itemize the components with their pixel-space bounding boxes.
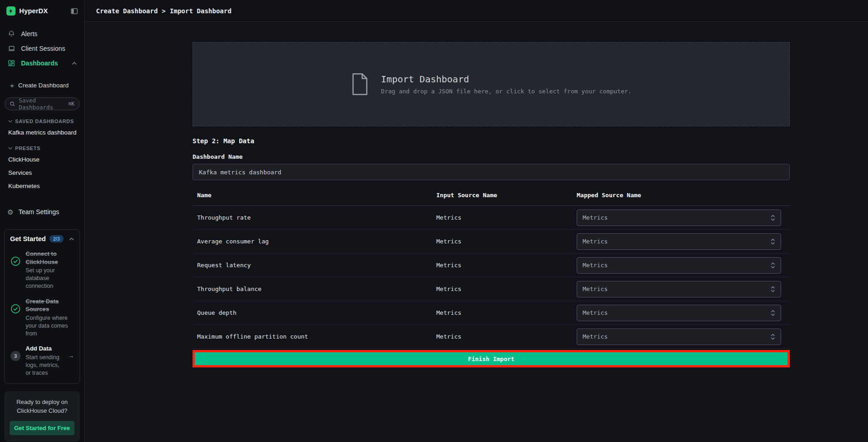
search-shortcut: ⌘K bbox=[68, 101, 75, 107]
check-circle-icon bbox=[10, 250, 21, 266]
metric-name: Request latency bbox=[193, 262, 436, 269]
mapped-source-select[interactable]: Metrics bbox=[577, 281, 781, 297]
select-chevrons-icon bbox=[771, 214, 775, 221]
get-started-header[interactable]: Get Started 2/3 bbox=[10, 235, 74, 243]
file-icon bbox=[351, 73, 369, 96]
mapped-source-select[interactable]: Metrics bbox=[577, 329, 781, 345]
step-body: Connect to ClickHouse Set up your databa… bbox=[26, 250, 74, 290]
sidebar-item-alerts[interactable]: Alerts bbox=[0, 27, 84, 41]
selected-value: Metrics bbox=[583, 333, 608, 340]
chevron-up-icon bbox=[72, 62, 77, 65]
create-dashboard-label: Create Dashboard bbox=[18, 82, 69, 89]
promo-line-2: ClickHouse Cloud? bbox=[10, 406, 75, 415]
metric-name: Throughput rate bbox=[193, 214, 436, 221]
sidebar-item-label: Alerts bbox=[21, 30, 38, 38]
step-title: Create Data Sources bbox=[26, 297, 74, 313]
step-number-badge: 3 bbox=[10, 345, 21, 361]
dashboard-grid-icon bbox=[7, 59, 16, 67]
column-header-mapped-source: Mapped Source Name bbox=[577, 192, 790, 199]
get-started-step-add-data[interactable]: 3 Add Data Start sending logs, metrics, … bbox=[10, 345, 74, 377]
sidebar-item-label: Dashboards bbox=[21, 59, 58, 67]
sidebar-nav: Alerts Client Sessions Dashboards bbox=[0, 27, 84, 70]
input-source-name: Metrics bbox=[436, 214, 577, 221]
chevron-down-icon bbox=[8, 147, 12, 150]
input-source-name: Metrics bbox=[436, 238, 577, 245]
search-icon bbox=[10, 101, 16, 107]
import-dashboard-panel: Import Dashboard Drag and drop a JSON fi… bbox=[193, 22, 790, 367]
section-label: SAVED DASHBOARDS bbox=[15, 119, 74, 124]
main-area: Create Dashboard > Import Dashboard Impo… bbox=[85, 0, 868, 442]
table-header-row: Name Input Source Name Mapped Source Nam… bbox=[193, 185, 790, 206]
search-placeholder: Saved Dashboards bbox=[19, 97, 65, 111]
clickhouse-cloud-promo: Ready to deploy on ClickHouse Cloud? Get… bbox=[4, 391, 80, 442]
section-presets[interactable]: PRESETS bbox=[0, 139, 84, 153]
select-chevrons-icon bbox=[771, 286, 775, 293]
app-title: HyperDX bbox=[19, 7, 67, 15]
arrow-right-icon: → bbox=[68, 345, 74, 359]
select-chevrons-icon bbox=[771, 262, 775, 269]
table-row: Request latency Metrics Metrics bbox=[193, 253, 790, 277]
input-source-name: Metrics bbox=[436, 333, 577, 340]
saved-dashboards-search[interactable]: Saved Dashboards ⌘K bbox=[5, 97, 80, 110]
step-title: Connect to ClickHouse bbox=[26, 250, 74, 266]
select-chevrons-icon bbox=[771, 238, 775, 245]
dashboard-name-input[interactable] bbox=[193, 164, 790, 180]
step-body: Add Data Start sending logs, metrics, or… bbox=[26, 345, 63, 377]
section-saved-dashboards[interactable]: SAVED DASHBOARDS bbox=[0, 112, 84, 126]
step-desc: Configure where your data comes from bbox=[26, 314, 74, 338]
app-root: HyperDX Alerts Client Sessions bbox=[0, 0, 868, 442]
chevron-down-icon bbox=[8, 120, 12, 123]
selected-value: Metrics bbox=[583, 214, 608, 221]
table-row: Maximum offline partition count Metrics … bbox=[193, 325, 790, 349]
json-dropzone[interactable]: Import Dashboard Drag and drop a JSON fi… bbox=[193, 42, 790, 126]
get-started-step-connect[interactable]: Connect to ClickHouse Set up your databa… bbox=[10, 250, 74, 290]
mapped-source-select[interactable]: Metrics bbox=[577, 233, 781, 250]
select-chevrons-icon bbox=[771, 309, 775, 317]
mapped-source-select[interactable]: Metrics bbox=[577, 305, 781, 321]
input-source-name: Metrics bbox=[436, 309, 577, 316]
step-title: Add Data bbox=[26, 345, 63, 353]
dashboard-name-label: Dashboard Name bbox=[193, 153, 790, 160]
finish-import-button[interactable]: Finish Import bbox=[195, 352, 788, 365]
plus-icon: + bbox=[10, 81, 14, 89]
sidebar-item-services[interactable]: Services bbox=[0, 166, 84, 179]
get-started-title: Get Started bbox=[10, 235, 46, 243]
metric-name: Average consumer lag bbox=[193, 238, 436, 245]
sidebar-item-kubernetes[interactable]: Kubernetes bbox=[0, 179, 84, 193]
source-mapping-table: Name Input Source Name Mapped Source Nam… bbox=[193, 185, 790, 349]
step-desc: Start sending logs, metrics, or traces bbox=[26, 354, 63, 377]
column-header-name: Name bbox=[193, 192, 436, 199]
breadcrumb-separator: > bbox=[162, 7, 166, 15]
sidebar: HyperDX Alerts Client Sessions bbox=[0, 0, 85, 442]
bell-icon bbox=[7, 30, 16, 38]
sidebar-item-label: Client Sessions bbox=[21, 45, 65, 52]
get-started-free-button[interactable]: Get Started for Free bbox=[10, 421, 75, 435]
selected-value: Metrics bbox=[583, 309, 608, 316]
create-dashboard-button[interactable]: + Create Dashboard bbox=[0, 79, 84, 92]
chevron-up-icon bbox=[69, 237, 74, 241]
get-started-step-sources[interactable]: Create Data Sources Configure where your… bbox=[10, 297, 74, 338]
dropzone-subtitle: Drag and drop a JSON file here, or click… bbox=[381, 88, 632, 95]
laptop-icon bbox=[7, 45, 16, 52]
dropzone-title: Import Dashboard bbox=[381, 74, 632, 85]
step-body: Create Data Sources Configure where your… bbox=[26, 297, 74, 338]
mapped-source-select[interactable]: Metrics bbox=[577, 210, 781, 226]
breadcrumb-parent[interactable]: Create Dashboard bbox=[96, 7, 158, 15]
breadcrumb: Create Dashboard > Import Dashboard bbox=[85, 0, 868, 22]
sidebar-item-dashboards[interactable]: Dashboards bbox=[0, 56, 84, 70]
sidebar-item-clickhouse[interactable]: ClickHouse bbox=[0, 153, 84, 166]
breadcrumb-current: Import Dashboard bbox=[170, 7, 231, 15]
metric-name: Throughput balance bbox=[193, 286, 436, 292]
promo-line-1: Ready to deploy on bbox=[10, 398, 75, 407]
metric-name: Queue depth bbox=[193, 309, 436, 316]
sidebar-item-client-sessions[interactable]: Client Sessions bbox=[0, 41, 84, 56]
sidebar-item-kafka-metrics-dashboard[interactable]: Kafka metrics dashboard bbox=[0, 126, 84, 139]
mapped-source-select[interactable]: Metrics bbox=[577, 257, 781, 274]
sidebar-collapse-icon[interactable] bbox=[71, 8, 78, 14]
sidebar-item-team-settings[interactable]: ⚙ Team Settings bbox=[0, 204, 84, 220]
metric-name: Maximum offline partition count bbox=[193, 333, 436, 340]
step-2-heading: Step 2: Map Data bbox=[193, 137, 790, 145]
select-chevrons-icon bbox=[771, 333, 775, 340]
gear-icon: ⚙ bbox=[7, 209, 13, 216]
check-circle-icon bbox=[10, 297, 21, 314]
